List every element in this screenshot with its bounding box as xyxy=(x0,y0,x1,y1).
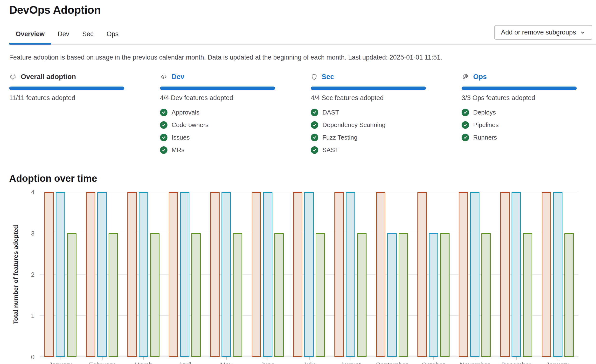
bar-dev-january-0 xyxy=(45,192,54,357)
adoption-card-dev: Dev4/4 Dev features adoptedApprovalsCode… xyxy=(160,73,275,155)
feature-row-approvals: Approvals xyxy=(160,108,275,117)
x-axis-label-march-2: March xyxy=(123,361,164,364)
bar-group-march-2 xyxy=(123,192,164,357)
bar-dev-june-5 xyxy=(252,192,261,357)
adoption-progress-bar xyxy=(9,87,124,90)
y-axis-tick-label: 0 xyxy=(31,353,35,361)
card-title-link-sec[interactable]: Sec xyxy=(322,73,334,81)
bar-ops-january-0 xyxy=(67,233,76,357)
x-axis-tick xyxy=(350,357,351,360)
bar-dev-october-9 xyxy=(417,192,427,357)
feature-label: MRs xyxy=(171,146,184,154)
chevron-down-icon xyxy=(580,30,586,36)
feature-row-deploys: Deploys xyxy=(462,108,577,117)
check-circle-icon xyxy=(462,121,469,129)
check-circle-icon xyxy=(462,134,469,141)
check-circle-icon xyxy=(462,109,469,116)
feature-row-fuzz-testing: Fuzz Testing xyxy=(311,133,426,142)
feature-row-issues: Issues xyxy=(160,133,275,142)
adoption-card-sec: Sec4/4 Sec features adoptedDASTDependenc… xyxy=(311,73,426,155)
adoption-progress-bar xyxy=(160,87,275,90)
bar-dev-december-11 xyxy=(500,192,510,357)
x-axis-label-july-6: July xyxy=(288,361,330,364)
bar-sec-december-11 xyxy=(512,192,521,357)
x-axis-label-november-10: November xyxy=(454,361,496,364)
feature-label: Approvals xyxy=(171,109,200,116)
feature-row-dependency-scanning: Dependency Scanning xyxy=(311,120,426,130)
feature-label: Runners xyxy=(473,134,497,141)
bar-group-january-12 xyxy=(537,192,578,357)
tabs-nav: OverviewDevSecOps xyxy=(9,30,125,44)
y-axis-title: Total number of features adopted xyxy=(12,225,20,324)
bar-sec-april-3 xyxy=(180,192,189,357)
add-or-remove-subgroups-button[interactable]: Add or remove subgroups xyxy=(494,25,592,40)
bar-dev-february-1 xyxy=(86,192,95,357)
bar-group-november-10 xyxy=(454,192,496,357)
adoption-progress-label: 4/4 Dev features adopted xyxy=(160,94,275,102)
adoption-progress-label: 3/3 Ops features adopted xyxy=(462,94,577,102)
page-title: DevOps Adoption xyxy=(9,3,596,16)
bar-sec-february-1 xyxy=(97,192,107,357)
bar-sec-november-10 xyxy=(470,192,479,357)
x-axis-tick xyxy=(60,357,61,360)
check-circle-icon xyxy=(311,146,318,154)
x-axis-label-february-1: February xyxy=(81,361,123,364)
bar-ops-november-10 xyxy=(481,233,491,357)
y-axis-tick-label: 3 xyxy=(31,230,35,237)
x-axis-label-august-7: August xyxy=(330,361,371,364)
bar-sec-august-7 xyxy=(346,192,355,357)
tab-ops[interactable]: Ops xyxy=(100,30,125,44)
card-title-link-ops[interactable]: Ops xyxy=(473,73,487,81)
x-axis-tick xyxy=(516,357,517,360)
bar-dev-november-10 xyxy=(459,192,468,357)
x-axis-tick xyxy=(475,357,475,360)
check-circle-icon xyxy=(311,134,318,141)
adoption-cards: Overall adoption11/11 features adoptedDe… xyxy=(9,73,577,155)
feature-label: Deploys xyxy=(473,109,496,116)
bar-ops-may-4 xyxy=(233,233,242,357)
tab-dev[interactable]: Dev xyxy=(51,30,76,44)
feature-list: ApprovalsCode ownersIssuesMRs xyxy=(160,108,275,155)
adoption-progress-label: 4/4 Sec features adopted xyxy=(311,94,426,102)
bar-sec-january-0 xyxy=(56,192,65,357)
chart-plot-area: Total number of features adopted 01234Ja… xyxy=(40,192,578,357)
bar-group-january-0 xyxy=(40,192,81,357)
check-circle-icon xyxy=(311,109,318,116)
x-axis-label-january-0: January xyxy=(40,361,81,364)
bar-ops-september-8 xyxy=(399,233,408,357)
bar-ops-december-11 xyxy=(523,233,532,357)
feature-row-pipelines: Pipelines xyxy=(462,120,577,130)
bar-sec-march-2 xyxy=(139,192,148,357)
x-axis-tick xyxy=(558,357,558,360)
feature-label: Issues xyxy=(171,134,190,141)
card-title-overall-adoption: Overall adoption xyxy=(21,73,76,81)
bar-ops-january-12 xyxy=(564,233,574,357)
bar-sec-may-4 xyxy=(222,192,231,357)
add-or-remove-subgroups-label: Add or remove subgroups xyxy=(501,29,576,36)
tab-sec[interactable]: Sec xyxy=(76,30,100,44)
bar-dev-may-4 xyxy=(210,192,220,357)
bar-dev-april-3 xyxy=(169,192,178,357)
bar-ops-april-3 xyxy=(191,233,201,357)
code-icon xyxy=(160,73,167,80)
bar-group-may-4 xyxy=(206,192,247,357)
bar-sec-january-12 xyxy=(553,192,562,357)
bar-group-february-1 xyxy=(81,192,123,357)
feature-list: DeploysPipelinesRunners xyxy=(462,108,577,142)
bar-group-july-6 xyxy=(288,192,330,357)
x-axis-label-december-11: December xyxy=(496,361,537,364)
bar-group-august-7 xyxy=(330,192,371,357)
tab-overview[interactable]: Overview xyxy=(9,30,51,44)
adoption-progress-bar xyxy=(311,87,426,90)
x-axis-label-january-12: January xyxy=(537,361,578,364)
x-axis-label-may-4: May xyxy=(206,361,247,364)
feature-list: DASTDependency ScanningFuzz TestingSAST xyxy=(311,108,426,155)
card-title-link-dev[interactable]: Dev xyxy=(171,73,184,81)
y-axis-tick-label: 4 xyxy=(31,189,35,196)
feature-row-runners: Runners xyxy=(462,133,577,142)
x-axis-tick xyxy=(433,357,434,360)
check-circle-icon xyxy=(160,109,167,116)
bar-ops-february-1 xyxy=(109,233,118,357)
x-axis-label-june-5: June xyxy=(247,361,288,364)
bar-sec-september-8 xyxy=(387,233,397,357)
